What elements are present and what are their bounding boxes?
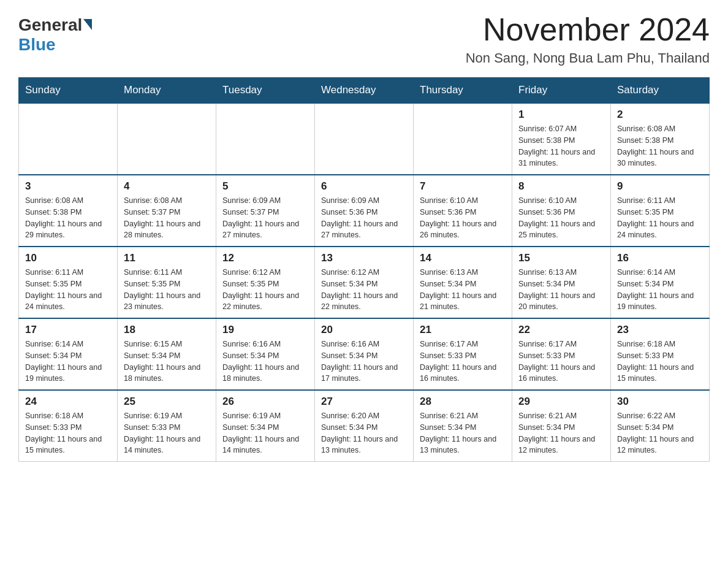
title-area: November 2024 Non Sang, Nong Bua Lam Phu… [466,12,710,66]
day-number: 18 [124,324,210,336]
day-number: 25 [124,396,210,408]
weekday-header-saturday: Saturday [611,78,710,104]
calendar-cell: 15Sunrise: 6:13 AM Sunset: 5:34 PM Dayli… [512,247,611,318]
calendar-header-row: SundayMondayTuesdayWednesdayThursdayFrid… [19,78,710,104]
calendar-cell: 22Sunrise: 6:17 AM Sunset: 5:33 PM Dayli… [512,318,611,390]
weekday-header-sunday: Sunday [19,78,118,104]
day-number: 7 [420,180,506,193]
day-info: Sunrise: 6:12 AM Sunset: 5:34 PM Dayligh… [321,267,407,313]
day-info: Sunrise: 6:08 AM Sunset: 5:38 PM Dayligh… [617,123,703,169]
day-number: 8 [518,180,604,193]
day-info: Sunrise: 6:10 AM Sunset: 5:36 PM Dayligh… [420,195,506,241]
day-info: Sunrise: 6:18 AM Sunset: 5:33 PM Dayligh… [617,339,703,385]
calendar-cell [118,103,216,175]
calendar-week-1: 1Sunrise: 6:07 AM Sunset: 5:38 PM Daylig… [19,103,710,175]
weekday-header-monday: Monday [118,78,216,104]
calendar-cell: 30Sunrise: 6:22 AM Sunset: 5:34 PM Dayli… [611,390,710,462]
calendar-cell: 10Sunrise: 6:11 AM Sunset: 5:35 PM Dayli… [19,247,118,318]
day-info: Sunrise: 6:11 AM Sunset: 5:35 PM Dayligh… [25,267,111,313]
calendar-cell: 3Sunrise: 6:08 AM Sunset: 5:38 PM Daylig… [19,175,118,247]
calendar-table: SundayMondayTuesdayWednesdayThursdayFrid… [18,77,710,462]
logo-arrow-icon [83,19,92,30]
day-info: Sunrise: 6:20 AM Sunset: 5:34 PM Dayligh… [321,410,407,456]
day-number: 26 [222,396,308,408]
weekday-header-friday: Friday [512,78,611,104]
calendar-cell: 11Sunrise: 6:11 AM Sunset: 5:35 PM Dayli… [118,247,216,318]
logo-general-text: General [18,15,82,35]
logo-general: General [18,15,92,35]
day-number: 22 [518,324,604,336]
weekday-header-thursday: Thursday [414,78,512,104]
day-number: 10 [25,252,111,264]
calendar-cell: 12Sunrise: 6:12 AM Sunset: 5:35 PM Dayli… [216,247,315,318]
day-number: 5 [222,180,308,193]
day-number: 15 [518,252,604,264]
calendar-cell: 13Sunrise: 6:12 AM Sunset: 5:34 PM Dayli… [315,247,414,318]
calendar-cell: 24Sunrise: 6:18 AM Sunset: 5:33 PM Dayli… [19,390,118,462]
calendar-week-3: 10Sunrise: 6:11 AM Sunset: 5:35 PM Dayli… [19,247,710,318]
day-info: Sunrise: 6:17 AM Sunset: 5:33 PM Dayligh… [420,339,506,385]
day-info: Sunrise: 6:13 AM Sunset: 5:34 PM Dayligh… [420,267,506,313]
calendar-cell: 1Sunrise: 6:07 AM Sunset: 5:38 PM Daylig… [512,103,611,175]
calendar-cell: 4Sunrise: 6:08 AM Sunset: 5:37 PM Daylig… [118,175,216,247]
day-info: Sunrise: 6:09 AM Sunset: 5:36 PM Dayligh… [321,195,407,241]
calendar-cell: 14Sunrise: 6:13 AM Sunset: 5:34 PM Dayli… [414,247,512,318]
day-number: 17 [25,324,111,336]
calendar-week-4: 17Sunrise: 6:14 AM Sunset: 5:34 PM Dayli… [19,318,710,390]
day-info: Sunrise: 6:22 AM Sunset: 5:34 PM Dayligh… [617,410,703,456]
day-number: 4 [124,180,210,193]
calendar-cell: 5Sunrise: 6:09 AM Sunset: 5:37 PM Daylig… [216,175,315,247]
day-number: 23 [617,324,703,336]
day-info: Sunrise: 6:10 AM Sunset: 5:36 PM Dayligh… [518,195,604,241]
day-number: 30 [617,396,703,408]
calendar-cell: 27Sunrise: 6:20 AM Sunset: 5:34 PM Dayli… [315,390,414,462]
day-number: 6 [321,180,407,193]
calendar-cell: 6Sunrise: 6:09 AM Sunset: 5:36 PM Daylig… [315,175,414,247]
day-info: Sunrise: 6:09 AM Sunset: 5:37 PM Dayligh… [222,195,308,241]
calendar-cell: 8Sunrise: 6:10 AM Sunset: 5:36 PM Daylig… [512,175,611,247]
day-info: Sunrise: 6:07 AM Sunset: 5:38 PM Dayligh… [518,123,604,169]
day-number: 11 [124,252,210,264]
calendar-week-5: 24Sunrise: 6:18 AM Sunset: 5:33 PM Dayli… [19,390,710,462]
calendar-cell: 25Sunrise: 6:19 AM Sunset: 5:33 PM Dayli… [118,390,216,462]
calendar-cell: 2Sunrise: 6:08 AM Sunset: 5:38 PM Daylig… [611,103,710,175]
month-title: November 2024 [466,12,710,47]
day-info: Sunrise: 6:19 AM Sunset: 5:34 PM Dayligh… [222,410,308,456]
day-number: 19 [222,324,308,336]
calendar-cell: 26Sunrise: 6:19 AM Sunset: 5:34 PM Dayli… [216,390,315,462]
day-number: 24 [25,396,111,408]
calendar-cell [414,103,512,175]
logo: General Blue [18,12,92,55]
calendar-week-2: 3Sunrise: 6:08 AM Sunset: 5:38 PM Daylig… [19,175,710,247]
logo-blue-text: Blue [18,35,56,55]
day-number: 29 [518,396,604,408]
calendar-cell [19,103,118,175]
day-number: 27 [321,396,407,408]
calendar-cell: 28Sunrise: 6:21 AM Sunset: 5:34 PM Dayli… [414,390,512,462]
day-number: 14 [420,252,506,264]
day-info: Sunrise: 6:14 AM Sunset: 5:34 PM Dayligh… [25,339,111,385]
day-info: Sunrise: 6:15 AM Sunset: 5:34 PM Dayligh… [124,339,210,385]
calendar-cell: 23Sunrise: 6:18 AM Sunset: 5:33 PM Dayli… [611,318,710,390]
day-number: 9 [617,180,703,193]
calendar-cell: 9Sunrise: 6:11 AM Sunset: 5:35 PM Daylig… [611,175,710,247]
day-info: Sunrise: 6:16 AM Sunset: 5:34 PM Dayligh… [222,339,308,385]
day-info: Sunrise: 6:08 AM Sunset: 5:38 PM Dayligh… [25,195,111,241]
day-number: 3 [25,180,111,193]
calendar-cell: 20Sunrise: 6:16 AM Sunset: 5:34 PM Dayli… [315,318,414,390]
calendar-cell [216,103,315,175]
day-number: 13 [321,252,407,264]
calendar-cell: 17Sunrise: 6:14 AM Sunset: 5:34 PM Dayli… [19,318,118,390]
calendar-cell [315,103,414,175]
day-number: 20 [321,324,407,336]
day-info: Sunrise: 6:18 AM Sunset: 5:33 PM Dayligh… [25,410,111,456]
day-info: Sunrise: 6:13 AM Sunset: 5:34 PM Dayligh… [518,267,604,313]
day-number: 28 [420,396,506,408]
weekday-header-tuesday: Tuesday [216,78,315,104]
page-header: General Blue November 2024 Non Sang, Non… [18,12,710,66]
day-info: Sunrise: 6:11 AM Sunset: 5:35 PM Dayligh… [124,267,210,313]
day-number: 2 [617,109,703,121]
day-info: Sunrise: 6:12 AM Sunset: 5:35 PM Dayligh… [222,267,308,313]
day-info: Sunrise: 6:08 AM Sunset: 5:37 PM Dayligh… [124,195,210,241]
calendar-cell: 18Sunrise: 6:15 AM Sunset: 5:34 PM Dayli… [118,318,216,390]
